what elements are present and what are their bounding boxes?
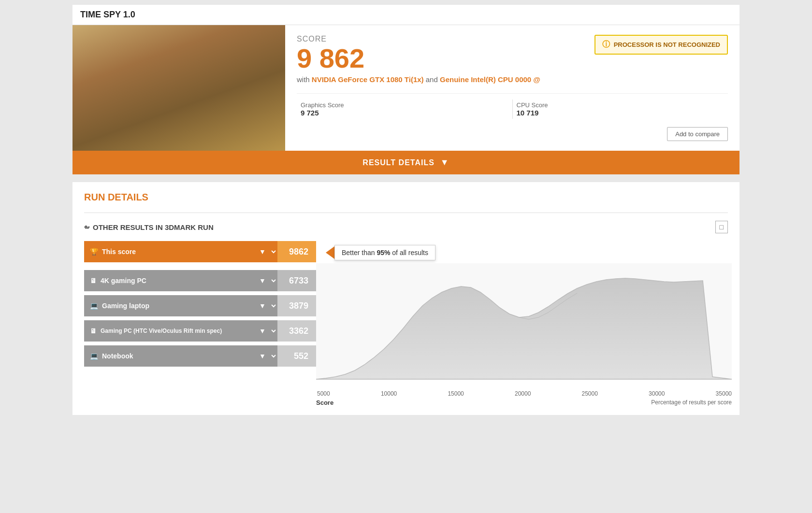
cpu-score-label: CPU Score bbox=[517, 101, 725, 109]
svg-point-8 bbox=[120, 58, 151, 89]
score-card: SCORE 9 862 with NVIDIA GeForce GTX 1080… bbox=[72, 25, 740, 151]
chart-container: Better than 95% of all results bbox=[316, 241, 732, 405]
score-with: with NVIDIA GeForce GTX 1080 Ti(1x) and … bbox=[297, 75, 540, 84]
benchmark-image bbox=[72, 25, 285, 151]
svg-point-18 bbox=[229, 85, 245, 100]
gaming-laptop-value: 3879 bbox=[277, 295, 316, 316]
warning-icon: ⓘ bbox=[602, 40, 610, 50]
x-label-5000: 5000 bbox=[317, 390, 330, 397]
htc-gaming-value: 3362 bbox=[277, 320, 316, 342]
svg-rect-3 bbox=[198, 40, 208, 131]
svg-line-14 bbox=[161, 114, 167, 121]
chart-axis-row: 5000 10000 15000 20000 25000 30000 35000 bbox=[316, 390, 732, 397]
percentage-axis-label: Percentage of results per score bbox=[651, 399, 732, 406]
score-axis-label: Score bbox=[316, 399, 334, 406]
notebook-dropdown[interactable]: ▼ bbox=[253, 345, 277, 367]
gaming-laptop-dropdown[interactable]: ▼ bbox=[253, 295, 277, 316]
graphics-score-value: 9 725 bbox=[301, 109, 508, 117]
cpu-name: Genuine Intel(R) CPU 0000 @ bbox=[440, 75, 540, 84]
score-top: SCORE 9 862 with NVIDIA GeForce GTX 1080… bbox=[297, 35, 728, 84]
run-details-title: RUN DETAILS bbox=[84, 192, 728, 203]
4k-gaming-label-box: 🖥 4K gaming PC bbox=[84, 270, 253, 291]
score-footer: Add to compare bbox=[297, 123, 728, 141]
table-row: 💻 Gaming laptop ▼ 3879 bbox=[84, 295, 316, 316]
axis-description-row: Score Percentage of results per score bbox=[316, 399, 732, 406]
notebook-label: Notebook bbox=[102, 352, 133, 360]
better-than-container: Better than 95% of all results bbox=[326, 245, 732, 260]
distribution-chart bbox=[316, 263, 732, 389]
x-label-10000: 10000 bbox=[381, 390, 397, 397]
x-label-25000: 25000 bbox=[582, 390, 598, 397]
4k-gaming-value: 6733 bbox=[277, 270, 316, 291]
chevron-down-icon: ▼ bbox=[440, 157, 450, 168]
svg-point-9 bbox=[123, 61, 148, 86]
arrow-left-icon bbox=[326, 246, 334, 259]
this-score-label-box: 🏆 This score bbox=[84, 241, 253, 262]
score-with-prefix: with bbox=[297, 75, 310, 84]
header-bar: TIME SPY 1.0 bbox=[72, 5, 740, 25]
cpu-score-value: 10 719 bbox=[517, 109, 725, 117]
expand-icon[interactable]: □ bbox=[715, 221, 728, 233]
better-than-tooltip: Better than 95% of all results bbox=[334, 245, 435, 260]
htc-gaming-dropdown[interactable]: ▼ bbox=[253, 320, 277, 342]
svg-rect-6 bbox=[72, 112, 285, 151]
svg-rect-0 bbox=[72, 25, 285, 151]
add-to-compare-button[interactable]: Add to compare bbox=[667, 127, 728, 141]
benchmark-area: 🏆 This score ▼ 9862 🖥 4K gaming PC bbox=[84, 241, 728, 405]
monitor-icon: 🖥 bbox=[90, 277, 97, 285]
table-row: 🏆 This score ▼ 9862 bbox=[84, 241, 316, 262]
better-than-percentage: 95% bbox=[377, 249, 390, 256]
chart-icon: ⧜ bbox=[84, 222, 89, 233]
this-score-label: This score bbox=[102, 248, 136, 256]
warning-text: PROCESSOR IS NOT RECOGNIZED bbox=[614, 41, 720, 48]
gaming-laptop-label: Gaming laptop bbox=[102, 302, 149, 310]
score-content: SCORE 9 862 with NVIDIA GeForce GTX 1080… bbox=[285, 25, 740, 151]
svg-point-10 bbox=[127, 66, 144, 79]
svg-rect-5 bbox=[242, 59, 248, 131]
score-number: 9 862 bbox=[297, 43, 540, 73]
svg-rect-4 bbox=[222, 49, 230, 131]
other-results-label: OTHER RESULTS IN 3DMARK RUN bbox=[93, 223, 214, 231]
score-left: SCORE 9 862 with NVIDIA GeForce GTX 1080… bbox=[297, 35, 540, 84]
htc-gaming-label-box: 🖥 Gaming PC (HTC Vive/Oculus Rift min sp… bbox=[84, 320, 253, 342]
svg-rect-11 bbox=[117, 83, 127, 107]
svg-rect-12 bbox=[147, 83, 157, 107]
graphics-score-metric: Graphics Score 9 725 bbox=[297, 100, 512, 119]
gaming-laptop-label-box: 💻 Gaming laptop bbox=[84, 295, 253, 316]
svg-point-13 bbox=[149, 102, 164, 117]
score-label: SCORE bbox=[297, 35, 540, 43]
other-results-title: ⧜ OTHER RESULTS IN 3DMARK RUN bbox=[84, 222, 214, 233]
other-results-header: ⧜ OTHER RESULTS IN 3DMARK RUN □ bbox=[84, 213, 728, 233]
htc-gaming-label: Gaming PC (HTC Vive/Oculus Rift min spec… bbox=[101, 328, 222, 334]
result-details-label: RESULT DETAILS bbox=[362, 158, 435, 167]
svg-rect-15 bbox=[125, 122, 135, 141]
4k-gaming-dropdown[interactable]: ▼ bbox=[253, 270, 277, 291]
table-row: 🖥 4K gaming PC ▼ 6733 bbox=[84, 270, 316, 291]
page-title: TIME SPY 1.0 bbox=[80, 10, 732, 20]
this-score-dropdown[interactable]: ▼ bbox=[253, 241, 277, 262]
graphics-score-label: Graphics Score bbox=[301, 101, 508, 109]
score-metrics: Graphics Score 9 725 CPU Score 10 719 bbox=[297, 93, 728, 119]
svg-point-7 bbox=[118, 78, 152, 127]
monitor-icon-2: 🖥 bbox=[90, 327, 97, 335]
4k-gaming-label: 4K gaming PC bbox=[101, 277, 146, 285]
benchmark-rows: 🏆 This score ▼ 9862 🖥 4K gaming PC bbox=[84, 241, 316, 405]
gpu-name: NVIDIA GeForce GTX 1080 Ti(1x) bbox=[312, 75, 424, 84]
svg-rect-2 bbox=[184, 54, 191, 131]
svg-rect-1 bbox=[169, 44, 178, 131]
cpu-connector: and bbox=[426, 75, 438, 84]
notebook-label-box: 💻 Notebook bbox=[84, 345, 253, 367]
svg-point-17 bbox=[228, 95, 246, 124]
x-label-15000: 15000 bbox=[448, 390, 464, 397]
run-details-section: RUN DETAILS ⧜ OTHER RESULTS IN 3DMARK RU… bbox=[72, 182, 740, 415]
laptop-icon-2: 💻 bbox=[90, 352, 98, 360]
x-label-20000: 20000 bbox=[515, 390, 531, 397]
warning-badge: ⓘ PROCESSOR IS NOT RECOGNIZED bbox=[594, 35, 728, 55]
laptop-icon: 💻 bbox=[90, 302, 98, 310]
svg-rect-16 bbox=[140, 122, 151, 141]
table-row: 🖥 Gaming PC (HTC Vive/Oculus Rift min sp… bbox=[84, 320, 316, 342]
notebook-value: 552 bbox=[277, 345, 316, 367]
result-details-bar[interactable]: RESULT DETAILS ▼ bbox=[72, 151, 740, 174]
this-score-value: 9862 bbox=[277, 241, 316, 262]
table-row: 💻 Notebook ▼ 552 bbox=[84, 345, 316, 367]
